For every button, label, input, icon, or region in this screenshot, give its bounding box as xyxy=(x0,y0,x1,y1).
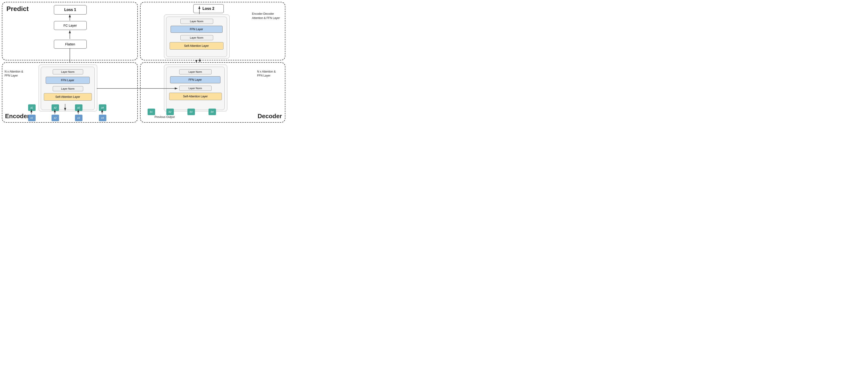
fc-layer-box: FC Layer xyxy=(54,21,87,30)
encoder-input-x1: x1 xyxy=(28,115,36,121)
decoder-group-outer: Layer Norm FFN Layer Layer Norm Self-Att… xyxy=(164,65,227,111)
decoder-token-b2: b2 xyxy=(166,109,174,115)
loss2-box: Loss 2 xyxy=(193,4,224,13)
encoder-token-a3: a3 xyxy=(75,104,83,111)
encoder-layer-norm-bottom: Layer Norm xyxy=(53,86,83,91)
decoder-layer-norm-mid: Layer Norm xyxy=(179,85,212,91)
decoder-token-b4: b4 xyxy=(209,109,216,115)
encoder-self-attn: Self-Attention Layer xyxy=(44,93,92,101)
encoder-token-a2: a2 xyxy=(52,104,59,111)
encoder-ffn-layer: FFN Layer xyxy=(46,77,90,84)
encoder-input-x3: x3 xyxy=(75,115,83,121)
enc-dec-self-attn: Self-Attention Layer xyxy=(169,42,223,49)
decoder-layer-norm-top: Layer Norm xyxy=(179,69,212,74)
encoder-box: Encoder N x Attention &FFN Layer Layer N… xyxy=(2,62,138,123)
encoder-label: Encoder xyxy=(5,112,30,120)
encoder-nx-label: N x Attention &FFN Layer xyxy=(5,70,33,78)
main-container: Predict Loss 1 FC Layer Flatten Encoder … xyxy=(2,2,288,124)
encoder-layer-norm-top: Layer Norm xyxy=(53,69,83,74)
prev-output-label: Previous Output xyxy=(155,115,175,118)
encoder-group-outer: Layer Norm FFN Layer Layer Norm Self-Att… xyxy=(39,65,97,111)
encoder-token-a4: a4 xyxy=(99,104,106,111)
encoder-input-x4: x4 xyxy=(99,115,106,121)
decoder-nx-label: N x Attention &FFN Layer xyxy=(257,70,283,78)
flatten-box: Flatten xyxy=(54,40,87,49)
decoder-ffn-layer: FFN Layer xyxy=(170,76,220,83)
decoder-token-b1: b1 xyxy=(148,109,155,115)
enc-dec-label: Encoder-DecoderAttention & FFN Layer xyxy=(252,12,283,20)
loss1-box: Loss 1 xyxy=(54,5,87,14)
decoder-group-inner: Layer Norm FFN Layer Layer Norm Self-Att… xyxy=(166,67,225,110)
enc-dec-ffn-layer: FFN Layer xyxy=(170,26,223,33)
encoder-input-x2: x2 xyxy=(52,115,59,121)
enc-dec-layer-norm-mid: Layer Norm xyxy=(180,35,213,40)
decoder-self-attn: Self-Attention Layer xyxy=(169,93,222,100)
encoder-group-inner: Layer Norm FFN Layer Layer Norm Self-Att… xyxy=(41,67,95,110)
enc-dec-group-outer: Layer Norm FFN Layer Layer Norm Self-Att… xyxy=(164,14,229,59)
predict-label: Predict xyxy=(6,5,29,13)
enc-dec-group-inner: Layer Norm FFN Layer Layer Norm Self-Att… xyxy=(166,16,227,57)
predict-box: Predict Loss 1 FC Layer Flatten xyxy=(2,2,138,60)
decoder-box: Decoder N x Attention &FFN Layer Layer N… xyxy=(140,62,285,123)
encoder-token-a1: a1 xyxy=(28,104,36,111)
enc-dec-layer-norm-top: Layer Norm xyxy=(180,19,213,24)
enc-dec-box: Loss 2 Encoder-DecoderAttention & FFN La… xyxy=(140,2,285,60)
decoder-token-b3: b3 xyxy=(187,109,195,115)
decoder-label: Decoder xyxy=(257,112,282,120)
